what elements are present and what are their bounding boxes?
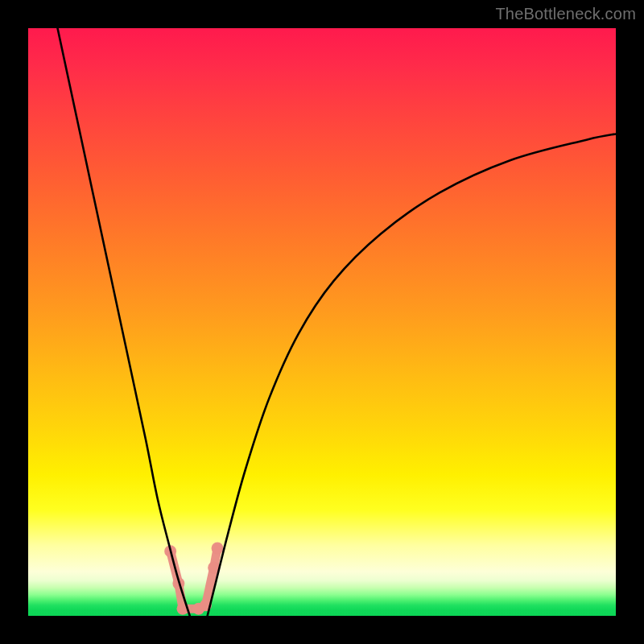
critical-marker-dot [212,543,224,555]
critical-marker [164,543,223,615]
bottleneck-curve-left [58,28,190,616]
watermark-text: TheBottleneck.com [495,5,636,23]
bottleneck-curve-right [208,134,616,616]
plot-svg [28,28,616,616]
chart-frame: TheBottleneck.com [0,0,644,644]
plot-area [28,28,616,616]
